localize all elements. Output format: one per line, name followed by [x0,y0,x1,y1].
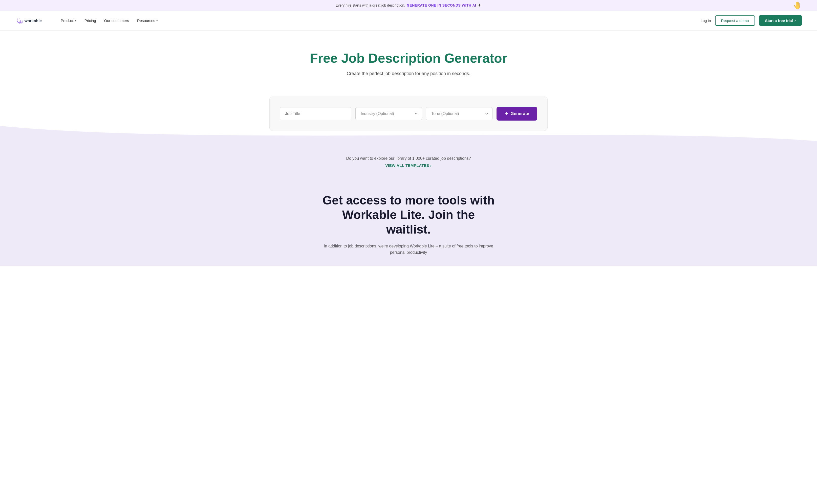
resources-chevron-icon: ▾ [156,19,158,22]
navbar-left: workable Product ▾ Pricing Our customers [15,15,158,26]
banner-emoji-decoration: 🤚 [793,1,802,10]
svg-text:workable: workable [24,19,42,23]
templates-arrow-icon: › [430,163,432,168]
login-button[interactable]: Log in [701,18,711,23]
navbar-right: Log in Request a demo Start a free trial… [701,15,802,26]
bottom-section: Get access to more tools with Workable L… [0,173,817,266]
request-demo-button[interactable]: Request a demo [715,15,755,26]
nav-link-resources[interactable]: Resources ▾ [137,18,158,23]
logo-link[interactable]: workable [15,15,51,26]
nav-link-pricing[interactable]: Pricing [84,18,96,23]
nav-item-customers[interactable]: Our customers [104,18,129,23]
bottom-heading: Get access to more tools with Workable L… [320,193,497,237]
hero-section: Free Job Description Generator Create th… [0,31,817,86]
banner-sparkle-icon: ✦ [478,3,481,8]
workable-logo: workable [15,15,51,26]
generate-button[interactable]: ✦ Generate [497,107,537,121]
trial-arrow-icon: › [794,18,796,23]
nav-item-resources[interactable]: Resources ▾ [137,18,158,23]
top-banner: Every hire starts with a great job descr… [0,0,817,11]
nav-item-product[interactable]: Product ▾ [61,18,76,23]
wave-decoration [0,126,817,146]
templates-cta-text: Do you want to explore our library of 1,… [5,156,812,161]
product-chevron-icon: ▾ [75,19,76,22]
industry-select[interactable]: Industry (Optional) Technology Finance H… [355,107,422,120]
view-templates-link[interactable]: VIEW ALL TEMPLATES › [385,163,432,168]
hero-subtitle: Create the perfect job description for a… [332,71,485,76]
hero-title: Free Job Description Generator [5,51,812,66]
banner-text: Every hire starts with a great job descr… [336,3,405,7]
wave-section: Do you want to explore our library of 1,… [0,141,817,173]
banner-cta-link[interactable]: GENERATE ONE IN SECONDS WITH AI [407,3,476,7]
templates-cta-section: Do you want to explore our library of 1,… [0,141,817,173]
start-trial-button[interactable]: Start a free trial › [759,15,802,26]
nav-item-pricing[interactable]: Pricing [84,18,96,23]
bottom-body-text: In addition to job descriptions, we're d… [320,243,497,256]
navbar: workable Product ▾ Pricing Our customers [0,11,817,31]
nav-links: Product ▾ Pricing Our customers Resource… [61,18,158,23]
nav-link-customers[interactable]: Our customers [104,18,129,23]
nav-link-product[interactable]: Product ▾ [61,18,76,23]
generate-sparkle-icon: ✦ [505,111,509,117]
tone-select[interactable]: Tone (Optional) Professional Casual Form… [426,107,493,120]
job-title-input[interactable] [280,107,351,120]
